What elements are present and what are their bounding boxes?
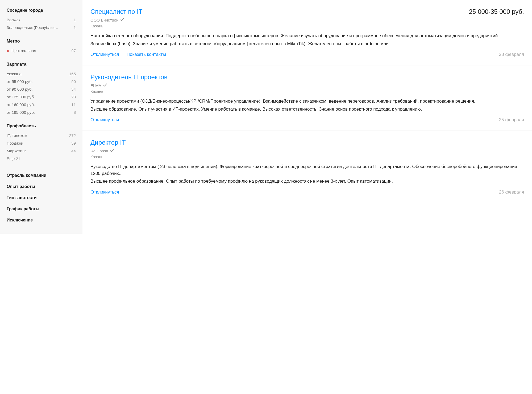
apply-link[interactable]: Откликнуться <box>90 52 119 57</box>
vacancy-card: Специалист по IT 25 000-35 000 руб. ООО … <box>82 0 532 65</box>
vacancy-salary: 25 000-35 000 руб. <box>469 8 524 15</box>
filter-experience[interactable]: Опыт работы <box>7 181 76 192</box>
vacancy-actions: Откликнуться <box>90 117 119 123</box>
profarea-count: 59 <box>71 141 76 145</box>
salary-label: от 160 000 руб. <box>7 102 35 107</box>
vacancy-company[interactable]: ELMA <box>90 83 524 88</box>
vacancy-date: 25 февраля <box>499 117 524 123</box>
vacancy-title-link[interactable]: Директор IT <box>90 139 126 146</box>
verified-check-icon <box>110 148 114 153</box>
filter-industry[interactable]: Отрасль компании <box>7 170 76 181</box>
filter-employment[interactable]: Тип занятости <box>7 192 76 203</box>
vacancy-footer: Откликнуться 25 февраля <box>90 117 524 123</box>
vacancy-company[interactable]: Re Consa <box>90 148 524 153</box>
metro-label: Центральная <box>11 48 36 53</box>
vacancy-footer: Откликнуться Показать контакты 28 феврал… <box>90 52 524 57</box>
vacancy-header: Руководитель IT проектов <box>90 73 524 81</box>
company-name: Re Consa <box>90 149 108 153</box>
profarea-item[interactable]: IT, телеком 272 <box>7 132 76 139</box>
vacancy-footer: Откликнуться 26 февраля <box>90 190 524 195</box>
company-name: ELMA <box>90 83 101 88</box>
sidebar: Соседние города Волжск 1 Зеленодольск (Р… <box>0 0 82 234</box>
vacancy-location: Казань <box>90 24 524 28</box>
salary-count: 90 <box>71 79 76 84</box>
salary-label: Указана <box>7 72 22 76</box>
metro-item[interactable]: Центральная 97 <box>7 47 76 55</box>
vacancy-desc-1: Руководство IT департаментом ( 23 челове… <box>90 163 524 177</box>
salary-item[interactable]: от 55 000 руб. 90 <box>7 78 76 85</box>
filter-salary: Зарплата Указана 165 от 55 000 руб. 90 о… <box>7 62 76 116</box>
vacancy-card: Директор IT Re Consa Казань Руководство … <box>82 131 532 203</box>
salary-item[interactable]: от 160 000 руб. 11 <box>7 101 76 108</box>
profarea-label: IT, телеком <box>7 133 27 138</box>
vacancy-desc-2: Высшее образование. Опыт участия в ИТ-пр… <box>90 106 524 113</box>
profarea-item[interactable]: Маркетинг 44 <box>7 147 76 155</box>
vacancy-actions: Откликнуться Показать контакты <box>90 52 166 57</box>
city-item[interactable]: Зеленодольск (Республик… 1 <box>7 24 76 31</box>
profarea-item[interactable]: Продажи 59 <box>7 139 76 147</box>
profarea-count: 272 <box>69 133 76 138</box>
filter-exclusion[interactable]: Исключение <box>7 215 76 226</box>
vacancy-desc-1: Настройка сетевого оборудования. Поддерж… <box>90 32 524 39</box>
vacancy-desc-2: Высшее профильное образование. Опыт рабо… <box>90 178 524 185</box>
salary-label: от 195 000 руб. <box>7 110 35 115</box>
profarea-more-link[interactable]: Еще 21 <box>7 155 76 162</box>
vacancy-location: Казань <box>90 89 524 94</box>
vacancy-location: Казань <box>90 154 524 159</box>
vacancy-card: Руководитель IT проектов ELMA Казань Упр… <box>82 65 532 131</box>
filter-metro: Метро Центральная 97 <box>7 39 76 55</box>
salary-count: 165 <box>69 72 76 76</box>
salary-count: 11 <box>71 102 76 107</box>
metro-count: 97 <box>71 48 76 53</box>
vacancy-actions: Откликнуться <box>90 190 119 195</box>
vacancy-list: Специалист по IT 25 000-35 000 руб. ООО … <box>82 0 532 234</box>
company-name: ООО Винстрой <box>90 18 118 22</box>
salary-item[interactable]: от 90 000 руб. 54 <box>7 85 76 93</box>
apply-link[interactable]: Откликнуться <box>90 117 119 123</box>
vacancy-header: Директор IT <box>90 139 524 146</box>
profarea-label: Продажи <box>7 141 23 145</box>
verified-check-icon <box>103 83 107 88</box>
city-item[interactable]: Волжск 1 <box>7 16 76 24</box>
salary-count: 8 <box>74 110 76 115</box>
vacancy-date: 26 февраля <box>499 190 524 195</box>
city-count: 1 <box>74 18 76 22</box>
salary-count: 23 <box>71 95 76 99</box>
salary-item[interactable]: от 195 000 руб. 8 <box>7 108 76 116</box>
vacancy-date: 28 февраля <box>499 52 524 57</box>
metro-dot-icon <box>7 50 9 52</box>
salary-item[interactable]: от 125 000 руб. 23 <box>7 93 76 101</box>
show-contacts-link[interactable]: Показать контакты <box>127 52 166 57</box>
filter-cities-title: Соседние города <box>7 8 76 13</box>
vacancy-title-link[interactable]: Руководитель IT проектов <box>90 73 167 81</box>
vacancy-desc-1: Управление проектами (СЭД/Бизнес-процесс… <box>90 98 524 105</box>
city-count: 1 <box>74 25 76 30</box>
vacancy-title-link[interactable]: Специалист по IT <box>90 8 143 15</box>
salary-item[interactable]: Указана 165 <box>7 70 76 78</box>
profarea-label: Маркетинг <box>7 149 26 153</box>
city-label: Зеленодольск (Республик… <box>7 25 58 30</box>
salary-label: от 90 000 руб. <box>7 87 33 91</box>
profarea-count: 44 <box>71 149 76 153</box>
metro-line-label: Центральная <box>7 48 36 53</box>
filter-profarea-title: Профобласть <box>7 124 76 128</box>
city-label: Волжск <box>7 18 20 22</box>
vacancy-desc-2: Знание linux (bash). Знание и умение раб… <box>90 40 524 47</box>
filter-cities: Соседние города Волжск 1 Зеленодольск (Р… <box>7 8 76 31</box>
salary-label: от 55 000 руб. <box>7 79 33 84</box>
filter-salary-title: Зарплата <box>7 62 76 67</box>
filter-schedule[interactable]: График работы <box>7 203 76 215</box>
salary-label: от 125 000 руб. <box>7 95 35 99</box>
filter-profarea: Профобласть IT, телеком 272 Продажи 59 М… <box>7 124 76 162</box>
vacancy-header: Специалист по IT 25 000-35 000 руб. <box>90 8 524 15</box>
vacancy-company[interactable]: ООО Винстрой <box>90 18 524 23</box>
verified-check-icon <box>120 18 124 23</box>
apply-link[interactable]: Откликнуться <box>90 190 119 195</box>
salary-count: 54 <box>71 87 76 91</box>
filter-metro-title: Метро <box>7 39 76 44</box>
